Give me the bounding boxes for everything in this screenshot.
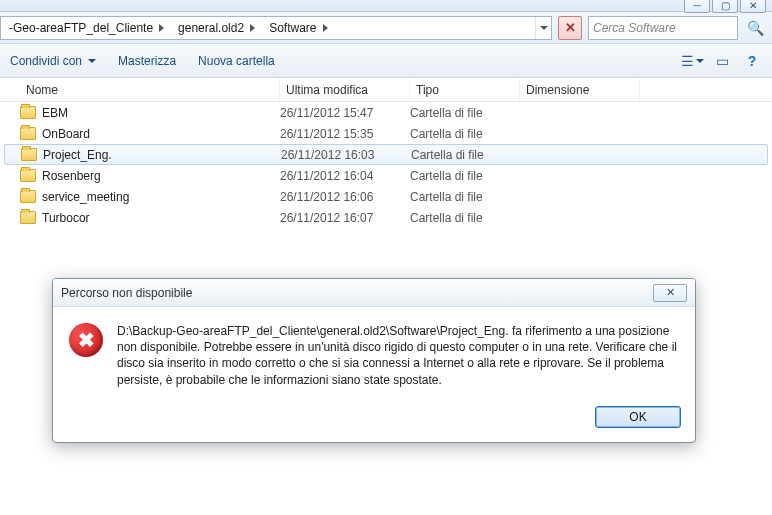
file-modified: 26/11/2012 16:04 [280, 169, 410, 183]
file-type: Cartella di file [410, 190, 520, 204]
share-with-menu[interactable]: Condividi con [10, 54, 96, 68]
breadcrumb[interactable]: -Geo-areaFTP_del_Cliente general.old2 So… [0, 16, 552, 40]
folder-icon [20, 211, 36, 224]
file-type: Cartella di file [410, 169, 520, 183]
file-name: EBM [42, 106, 68, 120]
file-modified: 26/11/2012 15:47 [280, 106, 410, 120]
file-type: Cartella di file [411, 148, 521, 162]
file-modified: 26/11/2012 16:07 [280, 211, 410, 225]
search-input[interactable]: Cerca Software [588, 16, 738, 40]
dialog-titlebar: Percorso non disponibile ✕ [53, 279, 695, 307]
list-item[interactable]: OnBoard26/11/2012 15:35Cartella di file [0, 123, 772, 144]
crumb-label: -Geo-areaFTP_del_Cliente [9, 21, 153, 35]
window-titlebar: ─ ▢ ✕ [0, 0, 772, 12]
crumb-label: Software [269, 21, 316, 35]
view-options-button[interactable]: ☰ [682, 51, 702, 71]
folder-icon [20, 169, 36, 182]
crumb-label: general.old2 [178, 21, 244, 35]
list-item[interactable]: Project_Eng.26/11/2012 16:03Cartella di … [4, 144, 768, 165]
list-item[interactable]: Turbocor26/11/2012 16:07Cartella di file [0, 207, 772, 228]
file-type: Cartella di file [410, 106, 520, 120]
folder-icon [20, 190, 36, 203]
file-modified: 26/11/2012 15:35 [280, 127, 410, 141]
breadcrumb-segment[interactable]: -Geo-areaFTP_del_Cliente [1, 17, 170, 39]
file-name: Rosenberg [42, 169, 101, 183]
file-modified: 26/11/2012 16:06 [280, 190, 410, 204]
file-type: Cartella di file [410, 127, 520, 141]
search-icon[interactable]: 🔍 [744, 16, 766, 40]
chevron-right-icon [159, 24, 164, 32]
stop-refresh-button[interactable]: ✕ [558, 16, 582, 40]
maximize-button[interactable]: ▢ [712, 0, 738, 13]
close-window-button[interactable]: ✕ [740, 0, 766, 13]
burn-button[interactable]: Masterizza [118, 54, 176, 68]
error-dialog: Percorso non disponibile ✕ ✖ D:\Backup-G… [52, 278, 696, 443]
column-header-type[interactable]: Tipo [410, 78, 520, 101]
folder-icon [20, 127, 36, 140]
breadcrumb-segment[interactable]: Software [261, 17, 333, 39]
breadcrumb-segment[interactable]: general.old2 [170, 17, 261, 39]
error-icon: ✖ [69, 323, 103, 357]
help-button[interactable]: ? [742, 51, 762, 71]
file-type: Cartella di file [410, 211, 520, 225]
address-bar-row: -Geo-areaFTP_del_Cliente general.old2 So… [0, 12, 772, 44]
file-modified: 26/11/2012 16:03 [281, 148, 411, 162]
file-name: Turbocor [42, 211, 90, 225]
ok-button[interactable]: OK [595, 406, 681, 428]
file-name: OnBoard [42, 127, 90, 141]
file-list: EBM26/11/2012 15:47Cartella di fileOnBoa… [0, 102, 772, 228]
file-name: service_meeting [42, 190, 129, 204]
list-item[interactable]: EBM26/11/2012 15:47Cartella di file [0, 102, 772, 123]
file-name: Project_Eng. [43, 148, 112, 162]
dialog-message: D:\Backup-Geo-areaFTP_del_Cliente\genera… [117, 323, 679, 388]
minimize-button[interactable]: ─ [684, 0, 710, 13]
new-folder-button[interactable]: Nuova cartella [198, 54, 275, 68]
dialog-close-button[interactable]: ✕ [653, 284, 687, 302]
explorer-toolbar: Condividi con Masterizza Nuova cartella … [0, 44, 772, 78]
column-header-name[interactable]: Nome [20, 78, 280, 101]
list-item[interactable]: service_meeting26/11/2012 16:06Cartella … [0, 186, 772, 207]
chevron-right-icon [323, 24, 328, 32]
chevron-right-icon [250, 24, 255, 32]
folder-icon [20, 106, 36, 119]
column-header-size[interactable]: Dimensione [520, 78, 640, 101]
list-item[interactable]: Rosenberg26/11/2012 16:04Cartella di fil… [0, 165, 772, 186]
column-headers: Nome Ultima modifica Tipo Dimensione [0, 78, 772, 102]
preview-pane-button[interactable]: ▭ [712, 51, 732, 71]
column-header-modified[interactable]: Ultima modifica [280, 78, 410, 101]
breadcrumb-dropdown[interactable] [535, 17, 551, 39]
folder-icon [21, 148, 37, 161]
dialog-title-text: Percorso non disponibile [61, 286, 192, 300]
